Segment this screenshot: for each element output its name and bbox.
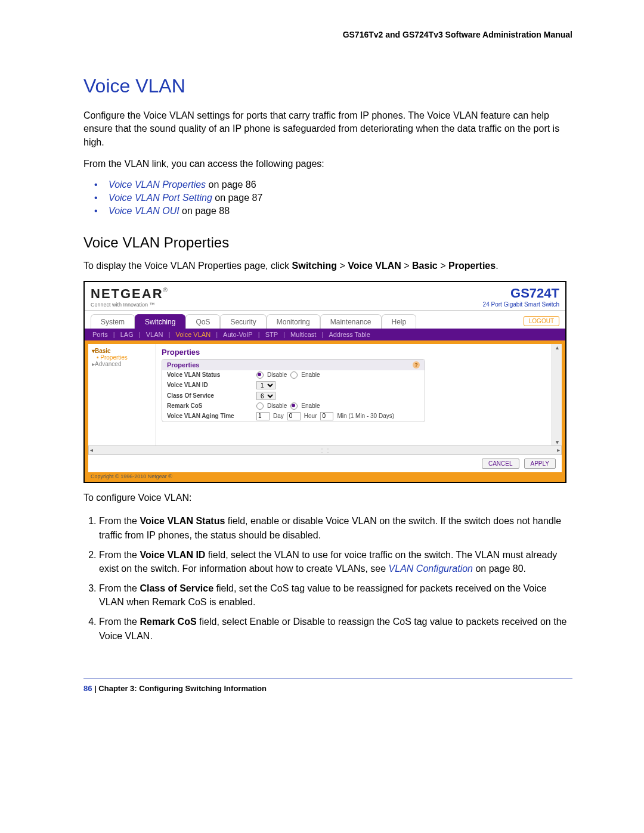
- radio-label-remark-enable: Enable: [301, 402, 320, 409]
- select-vlan-id[interactable]: 1: [256, 381, 275, 389]
- nav-path-text: To display the Voice VLAN Properties pag…: [83, 259, 572, 272]
- subnav-address-table[interactable]: Address Table: [329, 331, 370, 338]
- nav-basic: Basic: [412, 261, 438, 271]
- subnav-voice-vlan[interactable]: Voice VLAN: [175, 331, 210, 338]
- sidebar-properties[interactable]: • Properties: [97, 354, 151, 361]
- subnav-vlan[interactable]: VLAN: [146, 331, 163, 338]
- footer-sep: |: [92, 684, 98, 693]
- sidebar-advanced[interactable]: ▸Advanced: [92, 361, 151, 367]
- tab-monitoring[interactable]: Monitoring: [267, 314, 320, 329]
- section-title: Voice VLAN: [83, 75, 572, 97]
- input-aging-hour[interactable]: [287, 412, 301, 420]
- label-status: Voice VLAN Status: [167, 371, 250, 378]
- intro-paragraph-2: From the VLAN link, you can access the f…: [83, 157, 572, 171]
- logout-button[interactable]: LOGOUT: [524, 316, 559, 326]
- radio-status-disable[interactable]: [256, 371, 264, 379]
- scroll-track[interactable]: ⋮⋮: [93, 447, 557, 453]
- link-item-properties: Voice VLAN Properties on page 86: [94, 179, 572, 190]
- tab-system[interactable]: System: [91, 314, 135, 329]
- subnav-lag[interactable]: LAG: [120, 331, 134, 338]
- horizontal-scrollbar[interactable]: ◂ ⋮⋮ ▸: [88, 445, 562, 455]
- nav-pre: To display the Voice VLAN Properties pag…: [83, 261, 292, 271]
- brand-block: NETGEAR® Connect with Innovation ™: [91, 286, 168, 308]
- label-min: Min (1 Min - 30 Days): [337, 413, 394, 419]
- cancel-button[interactable]: CANCEL: [482, 459, 519, 469]
- radio-remark-disable[interactable]: [256, 402, 264, 410]
- radio-remark-enable[interactable]: [290, 402, 298, 410]
- brand-tagline: Connect with Innovation ™: [91, 302, 168, 308]
- post-screenshot-text: To configure Voice VLAN:: [83, 491, 572, 504]
- step-4: From the Remark CoS field, select Enable…: [99, 615, 572, 642]
- subnav-ports[interactable]: Ports: [92, 331, 108, 338]
- properties-box: Properties ? Voice VLAN Status Disable E…: [162, 359, 425, 422]
- input-aging-day[interactable]: [256, 412, 270, 420]
- label-day: Day: [273, 413, 284, 419]
- sidebar-basic[interactable]: ▾Basic: [92, 348, 151, 354]
- subnav-multicast[interactable]: Multicast: [290, 331, 316, 338]
- step1-bold: Voice VLAN Status: [140, 516, 225, 526]
- page-number: 86: [83, 684, 92, 693]
- vertical-scrollbar[interactable]: ▴ ▾: [552, 344, 562, 445]
- link-tail: on page 88: [179, 206, 230, 216]
- nav-properties: Properties: [448, 261, 496, 271]
- brand-name: NETGEAR: [91, 286, 163, 301]
- page-footer: 86 | Chapter 3: Configuring Switching In…: [83, 679, 572, 693]
- box-title: Properties: [167, 361, 199, 368]
- input-aging-min[interactable]: [320, 412, 333, 420]
- radio-label-enable: Enable: [301, 371, 320, 378]
- brand-reg: ®: [163, 287, 168, 293]
- step-2: From the Voice VLAN ID field, select the…: [99, 548, 572, 575]
- ss-body: ▾Basic • Properties ▸Advanced Properties…: [88, 344, 562, 445]
- box-header: Properties ?: [162, 360, 425, 370]
- link-vvlan-oui[interactable]: Voice VLAN OUI: [109, 206, 179, 216]
- panel-title: Properties: [162, 348, 556, 357]
- steps-list: From the Voice VLAN Status field, enable…: [83, 514, 572, 643]
- link-item-oui: Voice VLAN OUI on page 88: [94, 206, 572, 216]
- chapter-label: Chapter 3: Configuring Switching Informa…: [98, 684, 267, 693]
- nav-switching: Switching: [292, 261, 338, 271]
- link-vvlan-properties[interactable]: Voice VLAN Properties: [109, 179, 206, 190]
- tab-maintenance[interactable]: Maintenance: [320, 314, 382, 329]
- ss-sidebar: ▾Basic • Properties ▸Advanced: [88, 344, 156, 445]
- link-item-port-setting: Voice VLAN Port Setting on page 87: [94, 193, 572, 203]
- nav-period: .: [496, 261, 498, 271]
- ss-subnav: Ports | LAG | VLAN | Voice VLAN | Auto-V…: [85, 329, 565, 340]
- step-1: From the Voice VLAN Status field, enable…: [99, 514, 572, 541]
- tab-help[interactable]: Help: [382, 314, 417, 329]
- link-vlan-configuration[interactable]: VLAN Configuration: [389, 563, 473, 574]
- link-vvlan-port-setting[interactable]: Voice VLAN Port Setting: [109, 193, 212, 203]
- ss-main: Properties Properties ? Voice VLAN Statu…: [156, 344, 562, 445]
- scroll-right-icon[interactable]: ▸: [557, 447, 560, 453]
- tab-security[interactable]: Security: [220, 314, 266, 329]
- ss-tabs-row: System Switching QoS Security Monitoring…: [85, 311, 565, 329]
- subnav-auto-voip[interactable]: Auto-VoIP: [223, 331, 253, 338]
- step-3: From the Class of Service field, set the…: [99, 581, 572, 609]
- radio-label-disable: Disable: [267, 371, 287, 378]
- embedded-screenshot: NETGEAR® Connect with Innovation ™ GS724…: [83, 281, 566, 483]
- model-desc: 24 Port Gigabit Smart Switch: [483, 301, 559, 308]
- ss-footer-buttons: CANCEL APPLY: [88, 455, 562, 472]
- link-tail: on page 87: [212, 193, 263, 203]
- scroll-up-icon[interactable]: ▴: [556, 344, 559, 351]
- tab-qos[interactable]: QoS: [185, 314, 220, 329]
- help-icon[interactable]: ?: [413, 361, 420, 368]
- radio-label-remark-disable: Disable: [267, 402, 287, 409]
- subnav-stp[interactable]: STP: [265, 331, 278, 338]
- subsection-title: Voice VLAN Properties: [83, 234, 572, 251]
- select-cos[interactable]: 6: [256, 392, 275, 400]
- manual-header: GS716Tv2 and GS724Tv3 Software Administr…: [83, 30, 572, 39]
- link-tail: on page 86: [206, 179, 256, 190]
- page-links-list: Voice VLAN Properties on page 86 Voice V…: [83, 179, 572, 216]
- label-cos: Class Of Service: [167, 392, 250, 399]
- radio-status-enable[interactable]: [290, 371, 298, 379]
- apply-button[interactable]: APPLY: [524, 459, 556, 469]
- step4-bold: Remark CoS: [140, 617, 196, 627]
- label-aging: Voice VLAN Aging Time: [167, 413, 250, 419]
- tab-switching[interactable]: Switching: [135, 314, 185, 329]
- scroll-down-icon[interactable]: ▾: [556, 439, 559, 445]
- ss-header: NETGEAR® Connect with Innovation ™ GS724…: [85, 282, 565, 311]
- nav-voice-vlan: Voice VLAN: [348, 261, 401, 271]
- label-vlan-id: Voice VLAN ID: [167, 382, 250, 388]
- ss-copyright: Copyright © 1996-2010 Netgear ®: [85, 472, 565, 482]
- label-hour: Hour: [304, 413, 317, 419]
